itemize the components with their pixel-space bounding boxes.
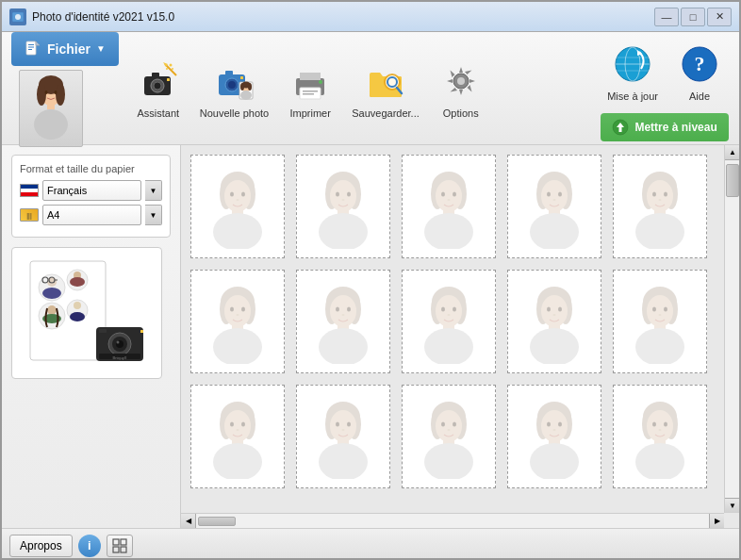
scroll-left-button[interactable]: ◀	[181, 514, 196, 529]
svg-point-207	[553, 429, 556, 431]
update-arrow-icon	[612, 119, 629, 136]
svg-point-209	[530, 443, 579, 479]
svg-point-68	[70, 277, 85, 287]
bottom-bar: Apropos i	[2, 528, 739, 560]
svg-point-105	[436, 180, 462, 212]
svg-rect-31	[240, 76, 243, 79]
flag-icon	[20, 184, 39, 197]
grid-button[interactable]	[107, 535, 133, 557]
apropos-button[interactable]: Apropos	[9, 535, 73, 557]
svg-point-191	[319, 443, 368, 479]
paper-select[interactable]: A4	[42, 205, 141, 225]
info-button[interactable]: i	[78, 535, 101, 557]
svg-point-29	[228, 81, 236, 89]
format-section: Format et taille du papier Français ▼ ||…	[11, 155, 171, 238]
svg-point-48	[457, 77, 465, 85]
toolbar-item-aide[interactable]: ? Aide	[669, 36, 730, 107]
scroll-thumb-vertical[interactable]	[726, 164, 739, 197]
photo-grid-container[interactable]: ▲ ▼ ◀ ▶	[181, 145, 739, 528]
svg-point-141	[330, 295, 356, 327]
photo-cell	[402, 270, 496, 373]
nouvelle-photo-label: Nouvelle photo	[200, 107, 269, 119]
svg-point-108	[448, 199, 451, 201]
assistant-icon	[136, 58, 181, 104]
svg-point-213	[647, 410, 673, 442]
main-area: Format et taille du papier Français ▼ ||…	[2, 145, 739, 528]
svg-point-99	[342, 199, 345, 201]
scroll-right-button[interactable]: ▶	[709, 514, 724, 529]
photo-cell	[190, 385, 285, 488]
svg-point-170	[664, 307, 667, 312]
svg-point-215	[664, 422, 667, 427]
svg-point-182	[213, 443, 262, 479]
scroll-up-button[interactable]: ▲	[725, 145, 739, 160]
maximize-button[interactable]: □	[681, 8, 705, 26]
scrollbar-vertical[interactable]: ▲ ▼	[724, 145, 739, 513]
svg-point-151	[441, 307, 445, 312]
language-arrow-icon[interactable]: ▼	[145, 180, 162, 201]
svg-point-144	[342, 314, 345, 316]
svg-point-114	[541, 180, 568, 212]
minimize-button[interactable]: —	[654, 8, 679, 26]
svg-rect-80	[99, 329, 107, 333]
svg-point-25	[172, 68, 173, 70]
svg-point-153	[448, 314, 451, 316]
svg-point-97	[336, 192, 339, 197]
app-title: Photo d'identité v2021 v15.0	[32, 10, 174, 24]
nouvelle-photo-icon	[212, 58, 257, 104]
svg-point-206	[558, 422, 562, 427]
svg-point-110	[424, 213, 473, 249]
svg-point-90	[237, 199, 239, 201]
svg-point-218	[635, 443, 684, 479]
close-button[interactable]: ✕	[707, 8, 732, 26]
fichier-arrow-icon: ▼	[96, 43, 106, 54]
photo-cell	[507, 155, 601, 258]
paper-row: ||| A4 ▼	[20, 205, 162, 225]
paper-arrow-icon[interactable]: ▼	[145, 205, 162, 225]
svg-point-124	[652, 192, 656, 197]
photo-grid	[181, 145, 724, 498]
toolbar-right-icons: Mise à jour ? Aide	[600, 36, 730, 107]
language-select[interactable]: Français	[42, 180, 141, 201]
svg-point-162	[553, 314, 556, 316]
svg-marker-6	[36, 41, 40, 45]
ruler-icon: |||	[20, 208, 39, 222]
svg-rect-221	[113, 547, 119, 552]
svg-point-178	[230, 422, 234, 427]
toolbar-item-assistant[interactable]: Assistant	[128, 53, 189, 124]
svg-point-92	[213, 213, 262, 249]
svg-point-125	[664, 192, 667, 197]
svg-text:BniquyX: BniquyX	[113, 355, 127, 360]
fichier-button[interactable]: Fichier ▼	[11, 32, 119, 66]
mettre-a-niveau-button[interactable]: Mettre à niveau	[601, 113, 728, 141]
svg-point-214	[652, 422, 656, 427]
svg-point-36	[248, 83, 252, 91]
sauvegarder-icon	[363, 58, 408, 104]
photo-cell	[507, 385, 601, 488]
svg-point-116	[558, 192, 562, 197]
svg-point-135	[237, 314, 239, 316]
toolbar-item-imprimer[interactable]: Imprimer	[280, 53, 340, 124]
options-icon	[438, 58, 484, 104]
imprimer-icon	[288, 58, 333, 104]
svg-point-198	[448, 429, 451, 431]
svg-point-19	[154, 82, 161, 90]
aide-label: Aide	[689, 91, 710, 102]
svg-point-117	[553, 199, 556, 201]
svg-point-128	[635, 213, 684, 249]
toolbar-item-nouvelle-photo[interactable]: Nouvelle photo	[192, 53, 276, 124]
toolbar-item-options[interactable]: Options	[431, 53, 491, 124]
svg-point-152	[453, 307, 456, 312]
svg-point-171	[659, 314, 662, 316]
svg-point-137	[213, 328, 262, 364]
toolbar-item-sauvegarder[interactable]: Sauvegarder...	[344, 53, 427, 124]
svg-rect-21	[167, 78, 170, 81]
svg-point-16	[55, 91, 58, 94]
svg-point-119	[530, 213, 579, 249]
scroll-thumb-horizontal[interactable]	[198, 517, 236, 526]
scrollbar-horizontal[interactable]: ◀ ▶	[181, 513, 724, 528]
scroll-down-button[interactable]: ▼	[725, 498, 739, 513]
svg-point-168	[647, 295, 673, 327]
mise-a-jour-label: Mise à jour	[607, 91, 658, 102]
toolbar-item-mise-a-jour[interactable]: Mise à jour	[600, 36, 666, 107]
